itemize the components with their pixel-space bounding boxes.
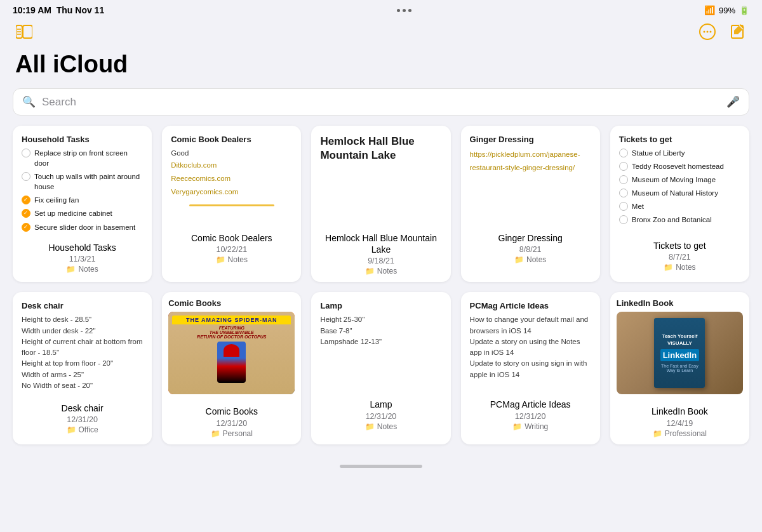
note-preview: Comic Book Dealers GoodDitkoclub.comReec…	[162, 126, 301, 227]
folder-name: Notes	[78, 265, 98, 274]
note-card-date: 12/4/19	[615, 419, 744, 428]
checkbox-circle	[22, 149, 30, 157]
checkbox-text: Museum of Natural History	[632, 188, 718, 198]
checkbox-row: Set up medicine cabinet	[22, 208, 143, 218]
note-card-folder: 📁 Professional	[615, 429, 744, 438]
note-preview-link[interactable]: Reececomics.com	[171, 172, 292, 185]
note-card-comic-book-dealers[interactable]: Comic Book Dealers GoodDitkoclub.comReec…	[162, 126, 301, 282]
svg-point-7	[707, 31, 709, 33]
note-preview: LinkedIn Book Teach Yourself VISUALLY Li…	[610, 292, 749, 401]
note-preview-title: Comic Book Dealers	[171, 135, 292, 144]
note-card-date: 8/7/21	[615, 253, 744, 262]
note-card-date: 12/31/20	[466, 412, 595, 421]
note-preview: Hemlock Hall Blue Mountain Lake	[311, 126, 450, 227]
sidebar-toggle-button[interactable]	[13, 20, 36, 43]
note-bottom-bar	[189, 204, 274, 206]
note-preview: Tickets to get Statue of Liberty Teddy R…	[610, 126, 749, 235]
home-indicator	[0, 457, 762, 473]
microphone-icon[interactable]: 🎤	[726, 95, 740, 109]
checkbox-row: Bronx Zoo and Botanical	[619, 215, 740, 225]
folder-name: Writing	[525, 422, 548, 431]
checkbox-row: Met	[619, 201, 740, 211]
folder-name: Notes	[676, 263, 695, 272]
note-preview-line: Width under desk - 22"	[22, 326, 143, 336]
note-card-name: Hemlock Hall Blue Mountain Lake	[316, 232, 445, 255]
note-card-lamp[interactable]: Lamp Height 25-30"Base 7-8"Lampshade 12-…	[311, 292, 450, 444]
checkbox-text: Bronx Zoo and Botanical	[632, 215, 712, 225]
note-preview-link[interactable]: https://pickledplum.com/japanese-restaur…	[470, 148, 591, 174]
note-card-footer: Comic Book Dealers 10/22/21 📁 Notes	[162, 227, 301, 270]
folder-icon: 📁	[66, 265, 76, 274]
checkbox-circle	[22, 172, 30, 181]
note-preview-link[interactable]: Verygarycomics.com	[171, 185, 292, 199]
battery-icon: 🔋	[739, 6, 749, 15]
folder-name: Notes	[377, 267, 397, 276]
note-card-tickets-to-get[interactable]: Tickets to get Statue of Liberty Teddy R…	[610, 126, 749, 282]
note-card-hemlock-hall[interactable]: Hemlock Hall Blue Mountain Lake Hemlock …	[311, 126, 450, 282]
note-preview-line: Update a story on using the Notes app in…	[470, 336, 591, 359]
note-preview-title: Comic Books	[168, 298, 295, 308]
note-card-folder: 📁 Notes	[615, 263, 744, 272]
checkbox-circle	[619, 215, 628, 224]
checkbox-text: Museum of Moving Image	[632, 175, 716, 185]
checkbox-circle	[619, 202, 628, 211]
compose-button[interactable]	[726, 20, 749, 43]
comic-subtitle: FEATURINGTHE UNBELIEVABLERETURN OF DOCTO…	[197, 326, 266, 339]
note-card-name: Ginger Dressing	[466, 232, 595, 244]
note-card-folder: 📁 Office	[18, 425, 147, 434]
note-card-footer: LinkedIn Book 12/4/19 📁 Professional	[610, 401, 749, 444]
status-time-date: 10:19 AM Thu Nov 11	[13, 5, 104, 15]
comic-image-inner: THE AMAZING SPIDER-MAN FEATURINGTHE UNBE…	[168, 312, 295, 394]
folder-name: Personal	[223, 429, 253, 438]
note-card-name: Desk chair	[18, 402, 147, 414]
status-bar: 10:19 AM Thu Nov 11 📶 99% 🔋	[0, 0, 762, 18]
top-nav-right-actions	[696, 20, 749, 43]
more-options-button[interactable]	[696, 20, 719, 43]
search-bar[interactable]: 🔍 Search 🎤	[13, 88, 749, 116]
search-icon: 🔍	[22, 95, 36, 109]
checkbox-circle	[22, 209, 30, 218]
linkedin-book-title: Teach Yourself VISUALLY	[658, 333, 701, 347]
note-card-folder: 📁 Personal	[167, 429, 296, 438]
note-card-folder: 📁 Notes	[316, 422, 445, 431]
note-card-date: 12/31/20	[316, 412, 445, 421]
battery-percentage: 99%	[719, 6, 735, 15]
note-card-footer: Household Tasks 11/3/21 📁 Notes	[13, 237, 152, 280]
note-card-comic-books[interactable]: Comic Books THE AMAZING SPIDER-MAN FEATU…	[162, 292, 301, 444]
note-card-household-tasks[interactable]: Household Tasks Replace strip on front s…	[13, 126, 152, 282]
note-card-date: 11/3/21	[18, 255, 147, 263]
note-card-pcmag-article[interactable]: PCMag Article Ideas How to change your d…	[461, 292, 600, 444]
note-preview: Desk chair Height to desk - 28.5"Width u…	[13, 292, 152, 397]
checkbox-text: Set up medicine cabinet	[34, 208, 112, 218]
note-card-folder: 📁 Notes	[167, 255, 296, 264]
folder-icon: 📁	[211, 429, 220, 438]
note-card-linkedin-book[interactable]: LinkedIn Book Teach Yourself VISUALLY Li…	[610, 292, 749, 444]
note-preview-title: Ginger Dressing	[470, 135, 591, 144]
note-card-folder: 📁 Notes	[18, 265, 147, 274]
comic-image: THE AMAZING SPIDER-MAN FEATURINGTHE UNBE…	[168, 312, 295, 394]
note-card-date: 10/22/21	[167, 245, 296, 254]
search-input[interactable]: Search	[42, 96, 720, 109]
page-title: All iCloud	[15, 51, 747, 78]
checkbox-text: Secure slider door in basement	[34, 222, 135, 232]
note-card-date: 8/8/21	[466, 245, 595, 254]
note-preview-line: Update to story on using sign in with ap…	[470, 358, 591, 380]
note-preview-good: Good	[171, 148, 292, 159]
note-preview: Household Tasks Replace strip on front s…	[13, 126, 152, 237]
note-card-name: LinkedIn Book	[615, 406, 744, 417]
note-card-name: Lamp	[316, 399, 445, 410]
folder-name: Notes	[228, 255, 248, 264]
note-card-date: 9/18/21	[316, 256, 445, 265]
note-preview-link[interactable]: Ditkoclub.com	[171, 159, 292, 172]
note-preview-line: Height to desk - 28.5"	[22, 314, 143, 325]
note-card-name: Comic Books	[167, 406, 296, 417]
note-card-desk-chair[interactable]: Desk chair Height to desk - 28.5"Width u…	[13, 292, 152, 444]
checkbox-circle	[22, 196, 30, 204]
note-card-ginger-dressing[interactable]: Ginger Dressing https://pickledplum.com/…	[461, 126, 600, 282]
checkbox-text: Fix ceiling fan	[34, 195, 79, 205]
checkbox-circle	[22, 223, 30, 232]
note-preview-line: Height of current chair at bottom from f…	[22, 336, 143, 359]
note-preview-big-title: Hemlock Hall Blue Mountain Lake	[320, 135, 441, 163]
linkedin-logo: LinkedIn	[660, 349, 699, 361]
folder-name: Professional	[665, 429, 707, 438]
